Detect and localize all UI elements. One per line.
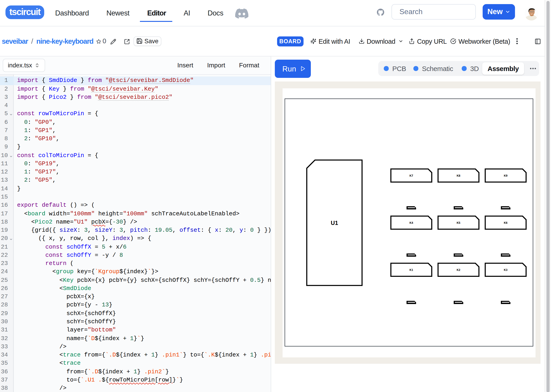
svg-text:K3: K3 [504,268,507,271]
svg-text:K2: K2 [457,268,460,271]
svg-text:U1: U1 [331,219,338,226]
svg-text:K6: K6 [504,221,507,224]
svg-text:K1: K1 [409,268,413,271]
svg-text:K5: K5 [457,221,460,224]
svg-text:K8: K8 [457,174,460,177]
svg-text:K9: K9 [504,174,507,177]
svg-text:K7: K7 [409,174,413,177]
svg-text:K4: K4 [409,221,413,224]
